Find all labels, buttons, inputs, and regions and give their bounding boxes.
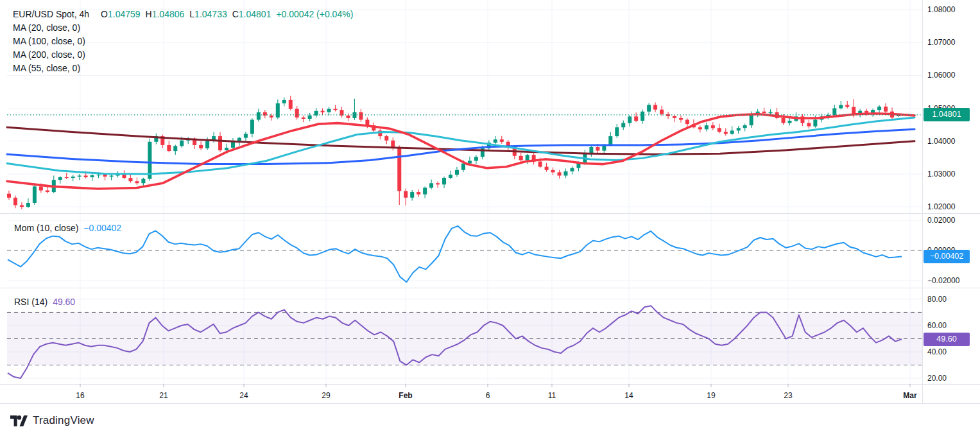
ohlc-low-value: 1.04733 [194,9,227,19]
svg-text:23: 23 [784,391,793,400]
last-price-badge: 1.04801 [924,108,970,121]
ohlc-close-label: C [232,9,239,19]
ohlc-open-label: O [101,9,108,19]
svg-text:Feb: Feb [399,391,412,400]
svg-text:20.00: 20.00 [927,374,947,383]
chart-legend: EUR/USD Spot, 4hO1.04759H1.04806L1.04733… [13,8,353,75]
svg-text:−0.02000: −0.02000 [927,276,960,285]
change-value: +0.00042 (+0.04%) [276,9,353,19]
legend-ma20[interactable]: MA (20, close, 0) [13,21,353,35]
momentum-value: −0.00402 [83,223,121,233]
ohlc-close-value: 1.04801 [239,9,271,19]
ohlc-high-label: H [146,9,152,19]
svg-text:1.08000: 1.08000 [927,5,956,14]
ohlc-open-value: 1.04759 [108,9,141,19]
svg-text:0.02000: 0.02000 [927,216,956,225]
svg-text:Mar: Mar [903,391,917,400]
tradingview-wordmark: TradingView [33,414,94,427]
chart-window: 1.080001.070001.060001.050001.040001.030… [0,0,980,436]
momentum-value-badge: −0.00402 [924,250,970,263]
symbol-title-row[interactable]: EUR/USD Spot, 4hO1.04759H1.04806L1.04733… [13,8,353,21]
svg-text:1.07000: 1.07000 [927,38,956,47]
rsi-value-badge: 49.60 [924,333,970,346]
momentum-legend[interactable]: Mom (10, close)−0.00402 [14,223,121,233]
svg-text:19: 19 [707,391,716,400]
svg-text:29: 29 [322,391,331,400]
svg-text:1.02000: 1.02000 [927,202,956,211]
svg-text:40.00: 40.00 [927,347,947,356]
svg-text:1.06000: 1.06000 [927,71,956,80]
legend-ma200[interactable]: MA (200, close, 0) [13,48,353,62]
svg-text:1.03000: 1.03000 [927,170,956,179]
legend-ma55[interactable]: MA (55, close, 0) [13,62,353,75]
rsi-label: RSI (14) [14,297,47,307]
ohlc-high-value: 1.04806 [152,9,185,19]
ohlc-low-label: L [189,9,194,19]
svg-text:6: 6 [486,391,490,400]
svg-text:11: 11 [548,391,556,400]
svg-text:16: 16 [76,391,85,400]
legend-ma100[interactable]: MA (100, close, 0) [13,35,353,48]
svg-text:60.00: 60.00 [927,321,947,330]
svg-text:1.04000: 1.04000 [927,137,956,146]
rsi-legend[interactable]: RSI (14)49.60 [14,297,75,307]
svg-text:80.00: 80.00 [927,295,947,304]
rsi-value: 49.60 [53,297,75,307]
tradingview-attribution[interactable]: TradingView [10,414,94,427]
svg-text:24: 24 [239,391,248,400]
momentum-label: Mom (10, close) [14,223,78,233]
symbol-title: EUR/USD Spot, 4h [13,9,89,19]
svg-text:21: 21 [159,391,168,400]
svg-text:14: 14 [624,391,633,400]
tradingview-logo-icon [10,415,28,426]
